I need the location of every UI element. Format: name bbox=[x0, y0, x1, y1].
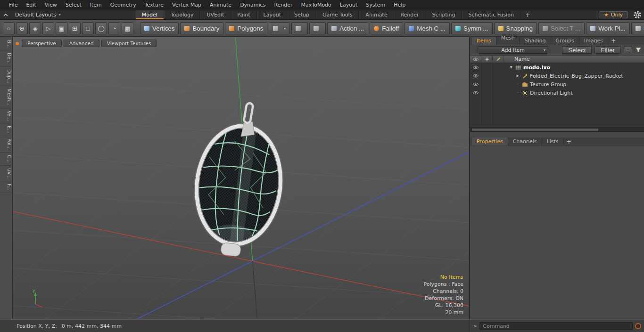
layout-tab[interactable]: Render bbox=[394, 10, 425, 19]
cube-small-button-1[interactable] bbox=[291, 22, 308, 34]
menubar-item[interactable]: Texture bbox=[140, 2, 168, 8]
tool-strip-tab[interactable]: UV... bbox=[0, 166, 12, 181]
cube-small-button-2[interactable] bbox=[309, 22, 326, 34]
menubar-item[interactable]: Vertex Map bbox=[168, 2, 206, 8]
panel-gear-icon[interactable] bbox=[627, 139, 633, 145]
panel-tab[interactable]: Properties bbox=[472, 138, 508, 146]
menubar-item[interactable]: Dynamics bbox=[236, 2, 270, 8]
symmetry-button[interactable]: Symm ... bbox=[451, 22, 493, 34]
tool-strip-tab[interactable]: Mesh... bbox=[0, 86, 12, 108]
layout-tab[interactable]: UVEdit bbox=[200, 10, 231, 19]
polygons-button[interactable]: Polygons bbox=[225, 22, 267, 34]
layout-tab[interactable]: Game Tools bbox=[316, 10, 359, 19]
tree-item-modo-lxo[interactable]: ▼ modo.lxo bbox=[470, 63, 644, 72]
layout-tab[interactable]: Setup bbox=[288, 10, 316, 19]
layout-tab[interactable]: Topology bbox=[164, 10, 200, 19]
tool-strip-tab[interactable]: F... bbox=[0, 181, 12, 193]
cube-tool-button[interactable]: ▩ bbox=[122, 22, 133, 34]
action-center-button[interactable]: Action ... bbox=[327, 22, 368, 34]
layout-tab[interactable]: Animate bbox=[359, 10, 394, 19]
add-item-dropdown[interactable]: Add Item bbox=[478, 46, 548, 54]
panel-tab[interactable]: Mesh ... bbox=[496, 37, 520, 45]
tree-item-directional-light[interactable]: · Directional Light bbox=[470, 89, 644, 97]
layout-tab[interactable]: Model bbox=[135, 10, 164, 19]
item-visibility-eye-icon[interactable] bbox=[470, 73, 481, 78]
scrollbar-thumb[interactable] bbox=[471, 128, 599, 131]
tree-item-texture-group[interactable]: · Texture Group bbox=[470, 80, 644, 89]
pen-tool-button[interactable]: ◈ bbox=[29, 22, 41, 34]
mesh-constraint-button[interactable]: Mesh C ... bbox=[405, 22, 450, 34]
menubar-item[interactable]: Layout bbox=[336, 2, 362, 8]
rotate-view-icon[interactable] bbox=[419, 40, 426, 46]
mode-dropdown-button[interactable] bbox=[269, 22, 290, 34]
layout-settings-gear-icon[interactable] bbox=[631, 10, 644, 19]
menubar-item[interactable]: MaxToModo bbox=[297, 2, 336, 8]
menubar-item[interactable]: Edit bbox=[22, 2, 40, 8]
default-layouts-dropdown[interactable]: Default Layouts bbox=[11, 10, 65, 19]
add-layout-tab-button[interactable]: + bbox=[520, 10, 535, 19]
menubar-item[interactable]: Animate bbox=[206, 2, 236, 8]
viewport-canvas[interactable] bbox=[13, 37, 469, 319]
tool-strip-tab[interactable]: E... bbox=[0, 123, 12, 136]
pie-tool-button[interactable]: ◔ bbox=[108, 22, 120, 34]
layout-tab[interactable]: Schematic Fusion bbox=[462, 10, 520, 19]
command-input[interactable] bbox=[479, 322, 633, 330]
menubar-item[interactable]: File bbox=[5, 2, 22, 8]
menubar-item[interactable]: Help bbox=[389, 2, 410, 8]
tree-expand-arrow[interactable]: ▶ bbox=[515, 74, 520, 78]
panel-tab[interactable]: Items bbox=[472, 37, 496, 45]
panel-more-icon[interactable] bbox=[636, 38, 641, 44]
rectangle-tool-button[interactable]: □ bbox=[82, 22, 94, 34]
tool-strip-tab[interactable]: Dup... bbox=[0, 67, 12, 86]
selection-sets-button[interactable]: Selecti ... bbox=[631, 22, 644, 34]
filter-button[interactable]: Filter bbox=[594, 46, 621, 54]
cursor-tool-button[interactable]: ▷ bbox=[42, 22, 54, 34]
zoom-view-icon[interactable] bbox=[429, 40, 436, 46]
menubar-item[interactable]: System bbox=[362, 2, 389, 8]
filter-funnel-icon[interactable] bbox=[635, 47, 642, 53]
layout-tab[interactable]: Scripting bbox=[426, 10, 462, 19]
tool-strip-tab[interactable]: Ve... bbox=[0, 108, 12, 124]
menubar-item[interactable]: Geometry bbox=[106, 2, 140, 8]
falloff-button[interactable]: Falloff bbox=[370, 22, 403, 34]
select-button[interactable]: Select bbox=[562, 46, 592, 54]
panel-tab[interactable]: Channels bbox=[508, 138, 542, 146]
vertices-button[interactable]: Vertices bbox=[140, 22, 179, 34]
move-view-icon[interactable] bbox=[409, 40, 416, 46]
visibility-column-eye-icon[interactable] bbox=[470, 56, 481, 63]
tree-expand-arrow[interactable]: · bbox=[515, 91, 520, 95]
add-panel-tab-button[interactable]: + bbox=[608, 37, 619, 45]
panel-tab[interactable]: Images bbox=[579, 37, 608, 45]
panel-tab[interactable]: Shading bbox=[520, 37, 551, 45]
item-visibility-eye-icon[interactable] bbox=[470, 65, 481, 70]
viewport-rotation-dot-icon[interactable] bbox=[16, 42, 19, 45]
layout-tab[interactable]: Paint bbox=[231, 10, 256, 19]
panel-expand-icon[interactable] bbox=[619, 38, 624, 44]
tool-strip-tab[interactable]: B... bbox=[0, 38, 12, 50]
panel-gear-icon[interactable] bbox=[627, 38, 633, 44]
add-panel-tab-button[interactable]: + bbox=[564, 138, 574, 146]
pin-column-icon[interactable] bbox=[481, 56, 493, 63]
command-record-icon[interactable] bbox=[635, 323, 641, 329]
viewport-more-icon[interactable] bbox=[459, 40, 465, 46]
select-through-button[interactable]: Select T ... bbox=[538, 22, 585, 34]
panel-more-icon[interactable] bbox=[636, 139, 641, 145]
menubar-item[interactable]: View bbox=[41, 2, 61, 8]
work-plane-button[interactable]: Work Pl... bbox=[586, 22, 630, 34]
snapping-button[interactable]: Snapping bbox=[494, 22, 537, 34]
panel-tab[interactable]: Lists bbox=[542, 138, 564, 146]
viewport-tab[interactable]: Perspective bbox=[22, 40, 62, 47]
tree-expand-arrow[interactable]: · bbox=[515, 82, 520, 86]
mirror-tool-button[interactable]: ▣ bbox=[56, 22, 67, 34]
viewport-tab[interactable]: Viewport Textures bbox=[101, 40, 157, 47]
tool-strip-tab[interactable]: Pol... bbox=[0, 136, 12, 153]
3d-viewport[interactable]: PerspectiveAdvancedViewport Textures No … bbox=[12, 37, 470, 319]
panel-tab[interactable]: Groups bbox=[551, 37, 579, 45]
item-visibility-eye-icon[interactable] bbox=[470, 90, 481, 95]
name-column-header[interactable]: Name bbox=[504, 56, 644, 63]
menubar-item[interactable]: Render bbox=[270, 2, 297, 8]
only-toggle-button[interactable]: ★ Only bbox=[599, 11, 628, 18]
maximize-viewport-icon[interactable] bbox=[439, 40, 446, 46]
ellipse-tool-button[interactable]: ○ bbox=[3, 22, 15, 34]
tree-horizontal-scrollbar[interactable] bbox=[470, 127, 644, 132]
